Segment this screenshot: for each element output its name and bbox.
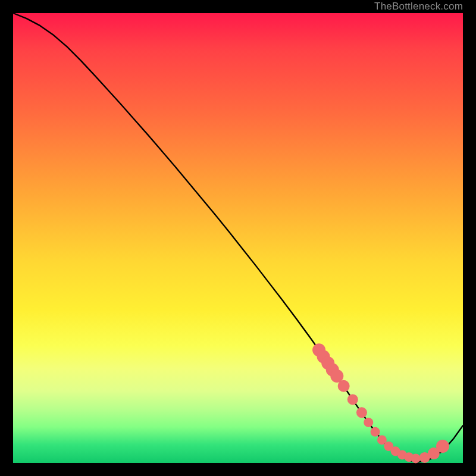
chart-svg — [13, 13, 463, 463]
highlight-dot — [338, 380, 350, 392]
highlight-dot — [356, 407, 367, 418]
highlight-dot — [371, 427, 380, 437]
highlight-dot — [347, 394, 358, 405]
highlight-dot — [436, 440, 449, 453]
watermark-label: TheBottleneck.com — [374, 0, 463, 13]
plot-area — [13, 13, 463, 463]
highlight-dots — [312, 343, 449, 463]
highlight-dot — [364, 418, 373, 427]
highlight-dot — [411, 453, 421, 463]
curve-line — [13, 13, 463, 462]
chart-stage: TheBottleneck.com — [0, 0, 476, 476]
